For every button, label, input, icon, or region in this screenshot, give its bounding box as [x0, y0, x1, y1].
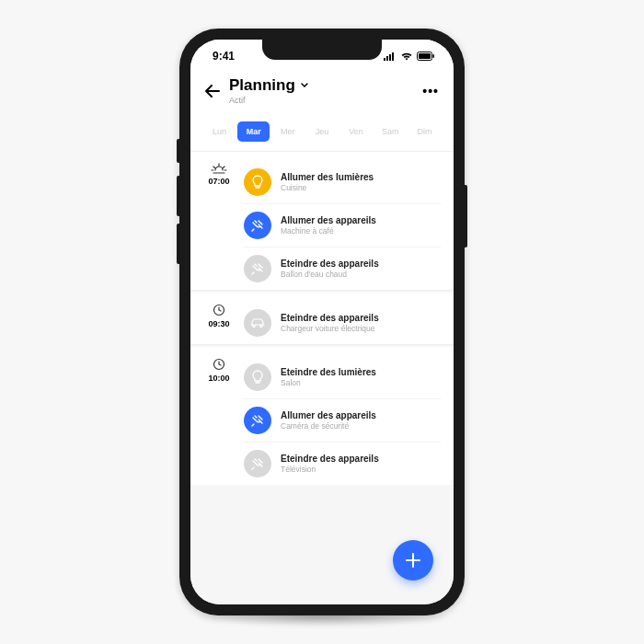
item-title: Eteindre des appareils — [281, 259, 379, 269]
title-dropdown[interactable]: Planning — [229, 76, 308, 95]
item-title: Allumer des lumières — [281, 172, 374, 182]
list-item[interactable]: Eteindre des appareils Télévision — [244, 442, 441, 485]
header: Planning Actif ••• — [190, 73, 454, 116]
day-tabs: Lun Mar Mer Jeu Ven Sam Dim — [190, 116, 454, 152]
plus-icon — [405, 552, 421, 569]
svg-rect-6 — [433, 54, 435, 58]
plug-icon — [244, 407, 271, 434]
plug-icon — [244, 255, 271, 282]
day-tab-ven[interactable]: Ven — [340, 121, 373, 142]
svg-rect-1 — [386, 56, 388, 61]
list-item[interactable]: Allumer des appareils Machine à café — [244, 203, 441, 247]
item-subtitle: Chargeur voiture électrique — [281, 324, 379, 333]
item-subtitle: Salon — [281, 378, 376, 387]
time-label: 10:00 — [208, 374, 229, 383]
wifi-icon — [400, 52, 413, 61]
day-tab-dim[interactable]: Dim — [408, 121, 441, 142]
item-title: Eteindre des lumières — [281, 367, 376, 377]
day-tab-jeu[interactable]: Jeu — [305, 121, 338, 142]
page-subtitle: Actif — [229, 96, 308, 105]
item-title: Eteindre des appareils — [281, 454, 379, 464]
item-subtitle: Cuisine — [281, 183, 374, 192]
time-label: 07:00 — [208, 177, 229, 186]
day-tab-mar[interactable]: Mar — [237, 121, 270, 142]
list-item[interactable]: Eteindre des appareils Ballon d'eau chau… — [244, 247, 441, 290]
page-title: Planning — [229, 76, 295, 95]
add-button[interactable] — [393, 540, 433, 581]
back-button[interactable] — [205, 85, 220, 98]
bulb-icon — [244, 168, 271, 196]
chevron-down-icon — [301, 83, 308, 88]
item-title: Allumer des appareils — [281, 410, 376, 420]
schedule-list: 07:00 Allumer des lumières Cuisine — [190, 152, 454, 604]
plug-icon — [244, 212, 271, 239]
item-subtitle: Machine à café — [281, 226, 376, 236]
phone-frame: 9:41 — [179, 29, 465, 615]
bulb-icon — [244, 363, 271, 391]
item-subtitle: Ballon d'eau chaud — [281, 270, 379, 279]
item-subtitle: Télévision — [281, 465, 379, 474]
day-tab-lun[interactable]: Lun — [203, 121, 236, 142]
list-item[interactable]: Eteindre des lumières Salon — [244, 356, 441, 398]
time-group: 10:00 Eteindre des lumières Salon — [190, 347, 454, 485]
list-item[interactable]: Allumer des appareils Caméra de sécurité — [244, 398, 441, 442]
signal-icon — [384, 52, 397, 61]
time-label: 09:30 — [208, 319, 229, 328]
time-group: 09:30 Eteindre des appareils Chargeur vo… — [190, 293, 454, 345]
svg-rect-0 — [384, 58, 385, 61]
item-title: Allumer des appareils — [281, 215, 376, 225]
item-subtitle: Caméra de sécurité — [281, 421, 376, 431]
more-button[interactable]: ••• — [422, 84, 439, 98]
clock-icon — [213, 304, 225, 316]
battery-icon — [417, 52, 435, 61]
svg-rect-2 — [389, 54, 391, 61]
car-icon — [244, 309, 271, 337]
list-item[interactable]: Allumer des lumières Cuisine — [244, 161, 441, 203]
day-tab-sam[interactable]: Sam — [374, 121, 407, 142]
status-time: 9:41 — [213, 50, 235, 63]
time-group: 07:00 Allumer des lumières Cuisine — [190, 152, 454, 291]
svg-rect-3 — [392, 52, 394, 61]
list-item[interactable]: Eteindre des appareils Chargeur voiture … — [244, 302, 441, 344]
plug-icon — [244, 450, 271, 477]
day-tab-mer[interactable]: Mer — [271, 121, 304, 142]
svg-rect-5 — [419, 53, 431, 59]
sunrise-icon — [211, 163, 227, 174]
clock-icon — [213, 358, 225, 371]
item-title: Eteindre des appareils — [281, 313, 379, 323]
